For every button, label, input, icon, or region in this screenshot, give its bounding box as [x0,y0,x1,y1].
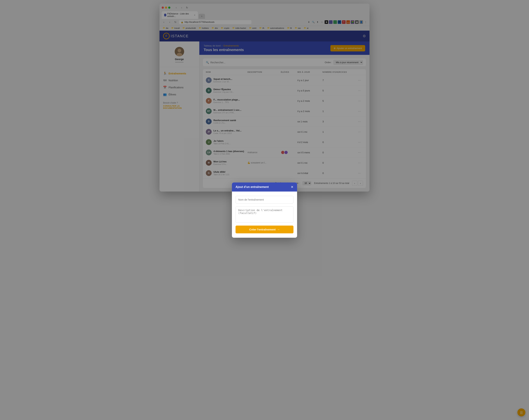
modal-overlay[interactable]: Ajout d'un entraînement ✕ Créer l'entraî… [0,0,529,420]
workout-name-input[interactable] [236,196,293,203]
create-workout-button[interactable]: Créer l'entraînement → [236,225,293,233]
arrow-icon: → [277,228,280,231]
workout-desc-textarea[interactable] [236,206,293,223]
modal-title: Ajout d'un entraînement [236,185,269,189]
modal-add-entrainement: Ajout d'un entraînement ✕ Créer l'entraî… [232,183,297,238]
modal-header: Ajout d'un entraînement ✕ [232,183,297,192]
modal-close-button[interactable]: ✕ [291,185,293,189]
modal-body: Créer l'entraînement → [232,192,297,238]
